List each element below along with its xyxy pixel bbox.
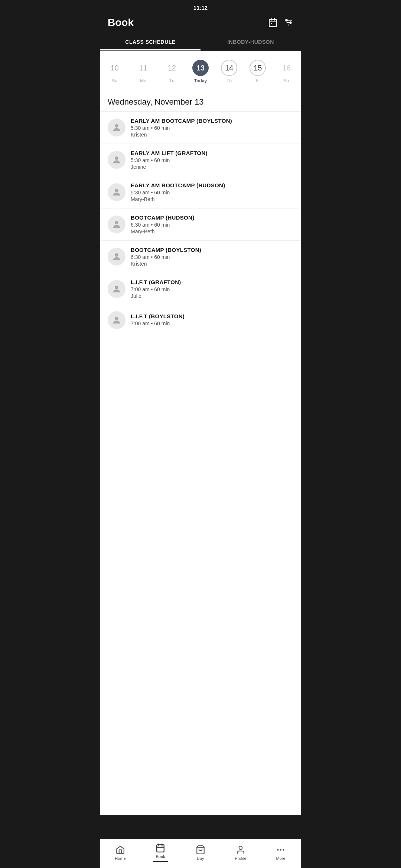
class-time: 7:00 am • 60 min	[131, 286, 293, 292]
day-number-15: 15	[250, 60, 266, 76]
avatar	[108, 280, 125, 298]
buy-icon	[196, 845, 205, 855]
class-instructor: Kristen	[131, 132, 293, 138]
class-name: L.I.F.T (BOYLSTON)	[131, 313, 293, 319]
class-time: 7:00 am • 60 min	[131, 320, 293, 326]
class-instructor: Kristen	[131, 261, 293, 267]
day-label-11: Mo	[140, 78, 146, 83]
svg-point-16	[115, 317, 118, 320]
calendar-day-14[interactable]: 14 Th	[217, 57, 241, 86]
nav-label-buy: Buy	[197, 856, 204, 861]
class-name: BOOTCAMP (HUDSON)	[131, 214, 293, 221]
class-instructor: Jenine	[131, 164, 293, 170]
class-info: L.I.F.T (BOYLSTON) 7:00 am • 60 min	[131, 313, 293, 327]
list-item[interactable]: BOOTCAMP (HUDSON) 6:30 am • 60 min Mary-…	[100, 208, 301, 241]
class-time: 5:30 am • 60 min	[131, 157, 293, 163]
calendar-strip: 10 Su 11 Mo 12 Tu 13 Today 14 Th 15 Fr 1…	[100, 51, 301, 91]
nav-item-buy[interactable]: Buy	[180, 845, 221, 861]
day-number-13: 13	[192, 60, 209, 76]
list-item[interactable]: BOOTCAMP (BOYLSTON) 6:30 am • 60 min Kri…	[100, 241, 301, 273]
date-heading: Wednesday, November 13	[100, 91, 301, 112]
svg-point-25	[283, 849, 284, 850]
avatar	[108, 119, 125, 137]
more-icon	[276, 845, 286, 855]
header: Book	[100, 14, 301, 34]
day-number-10: 10	[107, 60, 123, 76]
svg-point-12	[115, 189, 118, 192]
class-info: EARLY AM BOOTCAMP (BOYLSTON) 5:30 am • 6…	[131, 118, 293, 138]
avatar	[108, 248, 125, 266]
list-item[interactable]: EARLY AM BOOTCAMP (BOYLSTON) 5:30 am • 6…	[100, 112, 301, 144]
calendar-day-12[interactable]: 12 Tu	[160, 57, 184, 86]
day-number-12: 12	[164, 60, 180, 76]
nav-label-home: Home	[115, 856, 125, 861]
day-label-16: Sa	[284, 78, 289, 83]
status-time: 11:12	[193, 4, 208, 11]
day-number-14: 14	[221, 60, 237, 76]
class-name: EARLY AM LIFT (GRAFTON)	[131, 150, 293, 156]
class-instructor: Mary-Beth	[131, 228, 293, 234]
class-info: EARLY AM BOOTCAMP (HUDSON) 5:30 am • 60 …	[131, 182, 293, 202]
class-list: EARLY AM BOOTCAMP (BOYLSTON) 5:30 am • 6…	[100, 112, 301, 335]
svg-point-8	[286, 19, 287, 21]
class-name: BOOTCAMP (BOYLSTON)	[131, 247, 293, 253]
day-label-10: Su	[112, 78, 117, 83]
day-label-15: Fr	[256, 78, 260, 83]
class-instructor: Julie	[131, 293, 293, 299]
header-icons	[268, 18, 293, 27]
svg-rect-17	[157, 845, 164, 852]
nav-label-book: Book	[156, 854, 165, 859]
class-time: 6:30 am • 60 min	[131, 254, 293, 260]
avatar	[108, 151, 125, 169]
day-label-13: Today	[194, 78, 207, 83]
list-item[interactable]: L.I.F.T (BOYLSTON) 7:00 am • 60 min	[100, 305, 301, 335]
calendar-day-10[interactable]: 10 Su	[103, 57, 127, 86]
status-bar: 11:12	[100, 0, 301, 14]
svg-point-23	[277, 849, 278, 850]
home-icon	[115, 845, 125, 855]
day-number-11: 11	[135, 60, 151, 76]
list-item[interactable]: EARLY AM LIFT (GRAFTON) 5:30 am • 60 min…	[100, 144, 301, 176]
profile-icon	[236, 845, 245, 855]
class-name: EARLY AM BOOTCAMP (BOYLSTON)	[131, 118, 293, 124]
tab-inbody-hudson[interactable]: INBODY-HUDSON	[200, 34, 301, 50]
calendar-day-16[interactable]: 16 Sa	[274, 57, 298, 86]
calendar-icon[interactable]	[268, 18, 278, 27]
class-name: EARLY AM BOOTCAMP (HUDSON)	[131, 182, 293, 188]
bottom-nav: Home Book Buy Pro	[100, 839, 301, 868]
svg-point-14	[115, 253, 118, 257]
class-info: EARLY AM LIFT (GRAFTON) 5:30 am • 60 min…	[131, 150, 293, 170]
avatar	[108, 311, 125, 329]
svg-point-22	[239, 846, 242, 849]
nav-item-profile[interactable]: Profile	[221, 845, 261, 861]
nav-item-more[interactable]: More	[261, 845, 301, 861]
calendar-day-11[interactable]: 11 Mo	[131, 57, 155, 86]
list-item[interactable]: EARLY AM BOOTCAMP (HUDSON) 5:30 am • 60 …	[100, 176, 301, 208]
avatar	[108, 216, 125, 233]
nav-label-profile: Profile	[235, 856, 246, 861]
tab-bar: CLASS SCHEDULE INBODY-HUDSON	[100, 34, 301, 51]
svg-point-11	[115, 157, 118, 160]
header-title: Book	[108, 17, 134, 29]
day-label-12: Tu	[169, 78, 175, 83]
main-content: 10 Su 11 Mo 12 Tu 13 Today 14 Th 15 Fr 1…	[100, 51, 301, 815]
class-time: 5:30 am • 60 min	[131, 125, 293, 131]
list-item[interactable]: L.I.F.T (GRAFTON) 7:00 am • 60 min Julie	[100, 273, 301, 305]
day-number-16: 16	[278, 60, 294, 76]
calendar-day-13[interactable]: 13 Today	[189, 57, 212, 86]
class-instructor: Mary-Beth	[131, 196, 293, 202]
day-label-14: Th	[226, 78, 232, 83]
class-name: L.I.F.T (GRAFTON)	[131, 279, 293, 285]
calendar-day-15[interactable]: 15 Fr	[246, 57, 270, 86]
class-info: BOOTCAMP (BOYLSTON) 6:30 am • 60 min Kri…	[131, 247, 293, 267]
svg-rect-0	[269, 19, 277, 27]
svg-point-24	[280, 849, 281, 850]
filter-icon[interactable]	[284, 18, 293, 27]
nav-item-home[interactable]: Home	[100, 845, 140, 861]
tab-class-schedule[interactable]: CLASS SCHEDULE	[100, 34, 200, 50]
class-time: 6:30 am • 60 min	[131, 222, 293, 228]
class-info: BOOTCAMP (HUDSON) 6:30 am • 60 min Mary-…	[131, 214, 293, 234]
avatar	[108, 183, 125, 201]
nav-item-book[interactable]: Book	[140, 843, 180, 862]
class-time: 5:30 am • 60 min	[131, 190, 293, 195]
